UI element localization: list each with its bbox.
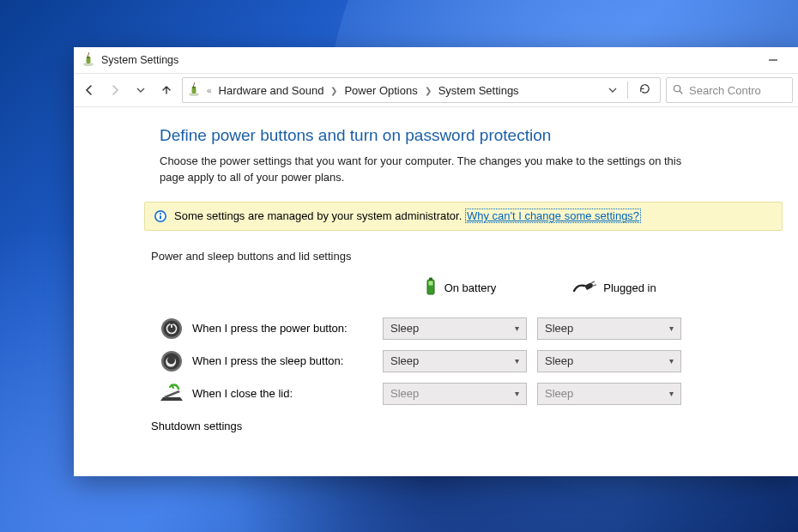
- admin-managed-banner: Some settings are managed by your system…: [144, 202, 783, 231]
- chevron-down-icon: ▾: [515, 323, 519, 333]
- chevron-down-icon: ▾: [669, 323, 674, 333]
- svg-line-17: [593, 285, 596, 286]
- search-icon: [672, 83, 684, 98]
- back-button[interactable]: [79, 80, 100, 100]
- chevron-right-icon[interactable]: ❯: [329, 86, 339, 95]
- page-description: Choose the power settings that you want …: [160, 154, 709, 186]
- info-icon: [154, 209, 167, 223]
- recent-locations-button[interactable]: [130, 80, 151, 100]
- admin-banner-text: Some settings are managed by your system…: [174, 209, 641, 222]
- minimize-button[interactable]: [755, 49, 791, 71]
- search-input[interactable]: [689, 84, 787, 97]
- plug-icon: [572, 279, 596, 297]
- section-shutdown-label: Shutdown settings: [151, 420, 757, 432]
- power-settings-grid: On battery Plugged in When I press the p…: [160, 271, 757, 406]
- svg-rect-12: [160, 215, 161, 220]
- breadcrumb-power-options[interactable]: Power Options: [341, 82, 420, 99]
- nav-toolbar: « Hardware and Sound ❯ Power Options ❯ S…: [74, 73, 798, 107]
- column-on-battery: On battery: [383, 271, 537, 308]
- chevron-down-icon: ▾: [515, 356, 519, 366]
- power-button-on-battery-combo[interactable]: Sleep▾: [383, 317, 527, 340]
- sleep-button-icon: [160, 349, 184, 373]
- chevron-right-icon[interactable]: ❯: [423, 86, 433, 95]
- titlebar: System Settings: [74, 47, 798, 73]
- column-plugged-in: Plugged in: [537, 274, 692, 305]
- power-plan-app-icon: [81, 52, 96, 68]
- svg-line-16: [591, 281, 595, 283]
- battery-icon: [424, 276, 438, 299]
- search-box[interactable]: [666, 77, 793, 103]
- power-button-plugged-in-combo[interactable]: Sleep▾: [537, 317, 681, 340]
- row-power-button: When I press the power button:: [160, 317, 383, 341]
- page-title: Define power buttons and turn on passwor…: [160, 126, 757, 145]
- address-dropdown-button[interactable]: [608, 84, 617, 97]
- content-area: Define power buttons and turn on passwor…: [74, 107, 798, 476]
- svg-rect-22: [171, 322, 173, 323]
- up-button[interactable]: [156, 80, 177, 100]
- why-cant-i-change-link[interactable]: Why can't I change some settings?: [465, 209, 641, 223]
- svg-rect-15: [428, 281, 432, 285]
- laptop-lid-icon: [160, 382, 184, 406]
- breadcrumb-system-settings[interactable]: System Settings: [435, 82, 523, 99]
- sleep-button-plugged-in-combo[interactable]: Sleep▾: [537, 350, 681, 372]
- breadcrumb-hardware-and-sound[interactable]: Hardware and Sound: [215, 82, 328, 99]
- forward-button[interactable]: [105, 80, 125, 100]
- system-settings-window: System Settings: [74, 47, 798, 476]
- chevron-down-icon: ▾: [515, 389, 519, 398]
- address-bar[interactable]: « Hardware and Sound ❯ Power Options ❯ S…: [182, 77, 661, 103]
- svg-line-8: [680, 90, 682, 93]
- close-lid-on-battery-combo: Sleep▾: [383, 383, 527, 405]
- breadcrumb-overflow[interactable]: «: [205, 86, 214, 95]
- svg-rect-14: [429, 277, 432, 280]
- window-title: System Settings: [101, 54, 178, 66]
- chevron-down-icon: ▾: [669, 356, 674, 366]
- power-button-icon: [160, 317, 184, 341]
- svg-point-7: [674, 85, 680, 91]
- row-close-lid: When I close the lid:: [160, 382, 383, 406]
- svg-point-11: [160, 213, 161, 215]
- power-plan-address-icon: [186, 82, 202, 98]
- close-lid-plugged-in-combo: Sleep▾: [537, 383, 681, 405]
- row-sleep-button: When I press the sleep button:: [160, 349, 383, 373]
- sleep-button-on-battery-combo[interactable]: Sleep▾: [383, 350, 527, 372]
- refresh-button[interactable]: [638, 82, 651, 98]
- chevron-down-icon: ▾: [669, 389, 674, 398]
- section-buttons-lid-label: Power and sleep buttons and lid settings: [151, 250, 757, 263]
